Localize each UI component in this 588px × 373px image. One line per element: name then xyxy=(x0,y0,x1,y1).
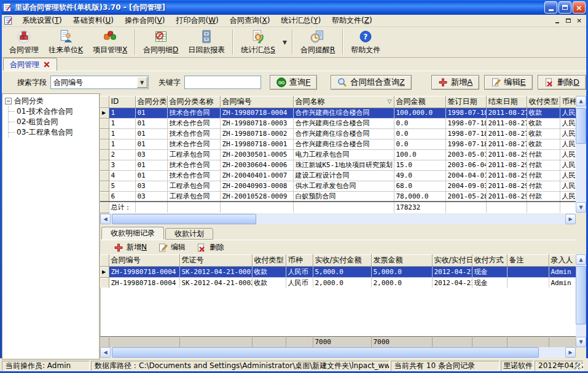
detail-delete-button[interactable]: 删除 xyxy=(197,242,224,253)
column-header[interactable]: 合同分类名称 xyxy=(167,96,220,108)
scroll-left-icon[interactable]: ◀ xyxy=(100,347,111,358)
column-header[interactable]: 备注 xyxy=(507,254,549,266)
menu-item-y[interactable]: 统计汇总(Y) xyxy=(275,14,326,27)
scroll-thumb[interactable] xyxy=(112,347,539,358)
add-button[interactable]: 新增A xyxy=(431,75,480,90)
table-row[interactable]: 101技术合作合同ZH-19980718-0003合作兴建商住综合楼合同0.01… xyxy=(100,118,576,128)
table-cell: 2011-08-27 xyxy=(486,128,527,139)
close-button[interactable]: × xyxy=(573,1,586,14)
delete-button[interactable]: 删除D xyxy=(538,75,586,90)
mdi-restore-button[interactable] xyxy=(563,16,573,25)
table-row[interactable]: ZH-19980718-0004SK-2012-04-21-0002收款人民币2… xyxy=(100,277,576,288)
scroll-thumb[interactable] xyxy=(112,214,256,224)
scroll-right-icon[interactable]: ▶ xyxy=(565,214,576,224)
resize-grip[interactable] xyxy=(575,363,582,370)
tree-root-node[interactable]: − 合同分类 xyxy=(5,96,99,106)
scroll-thumb[interactable] xyxy=(576,266,586,324)
column-header[interactable]: 发票金额 xyxy=(371,254,432,266)
tree-item-category[interactable]: 01-技术合作合同 xyxy=(9,106,99,117)
menu-item-u[interactable]: 基础资料(U) xyxy=(68,14,119,27)
table-row[interactable]: 101技术合作合同ZH-19980718-0001合作兴建商住综合楼合同0.01… xyxy=(100,139,576,149)
table-row[interactable]: 101技术合作合同ZH-19980718-0002合作兴建商住综合楼合同0.01… xyxy=(100,128,576,139)
table-row[interactable]: 401技术合作合同ZH-20040401-0007建设工程设计合同49.0200… xyxy=(100,170,576,181)
query-button[interactable]: 查询F xyxy=(270,75,318,90)
column-header[interactable]: 合同编号 xyxy=(109,254,179,266)
toolbar-button-contract-remind[interactable]: 合同提醒R xyxy=(296,28,340,56)
tab-receipt-records[interactable]: 收款明细记录 xyxy=(101,227,164,240)
toolbar-button-project-manage[interactable]: 项目管理X xyxy=(88,28,132,56)
column-header[interactable]: 实收/实付金额 xyxy=(313,254,371,266)
table-cell: 人民币 xyxy=(560,108,576,118)
column-header[interactable]: 实收/实付日 xyxy=(432,254,472,266)
mdi-minimize-button[interactable] xyxy=(552,16,562,25)
column-header[interactable]: 合同名称▽ xyxy=(293,96,394,108)
table-cell: 人民币 xyxy=(560,170,576,181)
menu-item-w[interactable]: 打印合同(W) xyxy=(170,14,224,27)
keyword-input[interactable] xyxy=(184,76,261,89)
menu-item-t[interactable]: 系统设置(T) xyxy=(17,14,68,27)
column-header[interactable]: 收付类型 xyxy=(252,254,286,266)
table-row[interactable]: ▶ZH-19980718-0004SK-2012-04-21-0001收款人民币… xyxy=(100,266,576,277)
table-row[interactable]: 503工程承包合同ZH-20040903-0008供水工程承发包合同68.020… xyxy=(100,181,576,191)
scroll-down-icon[interactable]: ▼ xyxy=(576,337,586,347)
detail-edit-button[interactable]: 编辑 xyxy=(158,242,186,253)
tree-item-category[interactable]: 03-工程承包合同 xyxy=(9,127,99,138)
column-header[interactable]: 签订日期 xyxy=(445,96,486,108)
scroll-right-icon[interactable]: ▶ xyxy=(565,347,576,358)
stats-dropdown-arrow-icon[interactable]: ▼ xyxy=(280,28,289,56)
column-header[interactable]: 合同分类 xyxy=(135,96,167,108)
toolbar-button-daily-report[interactable]: 日回款报表 xyxy=(183,28,230,56)
column-header[interactable]: 币种 xyxy=(560,96,576,108)
menu-item-v[interactable]: 操作合同(V) xyxy=(119,14,171,27)
table-row[interactable]: 203工程承包合同ZH-20030501-0005电力工程承包合同100.020… xyxy=(100,149,576,160)
tree-collapse-icon[interactable]: − xyxy=(5,98,12,104)
column-header[interactable]: 币种 xyxy=(286,254,313,266)
edit-button[interactable]: 编辑E xyxy=(484,75,533,90)
restore-button[interactable] xyxy=(559,1,571,14)
toolbar-button-label: 项目管理X xyxy=(93,45,127,55)
toolbar-button-stats-summary[interactable]: 统计汇总S xyxy=(236,28,280,56)
menu-item-z[interactable]: 帮助文件(Z) xyxy=(326,14,378,27)
mdi-close-button[interactable]: × xyxy=(574,16,584,25)
table-cell: 100,000.0 xyxy=(394,108,445,118)
menu-item-x[interactable]: 合同查询(X) xyxy=(224,14,276,27)
toolbar-button-label: 合同提醒R xyxy=(300,45,335,55)
scroll-left-icon[interactable]: ◀ xyxy=(100,214,111,224)
minimize-button[interactable] xyxy=(544,1,557,14)
chevron-down-icon[interactable]: ▼ xyxy=(137,77,147,88)
column-header[interactable]: ID xyxy=(109,96,135,108)
column-header[interactable]: 录入人 xyxy=(549,254,576,266)
search-field-combobox[interactable]: 合同编号 ▼ xyxy=(50,76,149,89)
column-header[interactable]: 收付方式 xyxy=(472,254,507,266)
column-header[interactable]: 收付类型 xyxy=(527,96,560,108)
main-grid-hscrollbar[interactable]: ◀ ▶ xyxy=(100,214,576,224)
table-cell: 收款 xyxy=(527,139,560,149)
tab-close-icon[interactable] xyxy=(43,61,50,68)
detail-grid-hscrollbar[interactable]: ◀ ▶ xyxy=(100,347,576,358)
column-header[interactable]: 凭证号 xyxy=(179,254,252,266)
detail-grid-vscrollbar[interactable]: ▲ ▼ xyxy=(576,254,586,347)
toolbar-button-partner-unit[interactable]: 往来单位K xyxy=(44,28,88,56)
table-row[interactable]: 301技术合作合同ZH-20030604-0006珠江新城K5-1地块项目研究策… xyxy=(100,160,576,170)
main-grid-vscrollbar[interactable]: ▲ ▼ xyxy=(576,96,586,213)
tree-item-category[interactable]: 02-租赁合同 xyxy=(9,117,99,127)
toolbar-button-help[interactable]: 帮助文件 xyxy=(346,28,385,56)
toolbar-button-contract-manage[interactable]: 合同管理 xyxy=(4,28,44,56)
combo-query-button[interactable]: 合同组合查询Z xyxy=(331,75,411,90)
toolbar-button-contract-detail[interactable]: 合同明细D xyxy=(138,28,183,56)
scroll-thumb[interactable] xyxy=(576,108,586,144)
scroll-up-icon[interactable]: ▲ xyxy=(576,254,586,265)
detail-add-button[interactable]: 新增N xyxy=(114,242,147,253)
scroll-down-icon[interactable]: ▼ xyxy=(576,202,586,213)
column-header[interactable]: 结束日期 xyxy=(486,96,527,108)
column-header[interactable]: 合同金额 xyxy=(394,96,445,108)
table-row[interactable]: 603工程承包合同ZH-20010528-0009白蚁预防合同78,000.02… xyxy=(100,191,576,202)
menu-items: 系统设置(T)基础资料(U)操作合同(V)打印合同(W)合同查询(X)统计汇总(… xyxy=(17,14,378,27)
table-row[interactable]: ▶101技术合作合同ZH-19980718-0004合作兴建商住综合楼合同100… xyxy=(100,108,576,118)
row-indicator xyxy=(100,277,109,288)
scroll-up-icon[interactable]: ▲ xyxy=(576,96,586,106)
tab-contract-management[interactable]: 合同管理 xyxy=(3,58,57,71)
table-cell: 2011-08-29 xyxy=(486,149,527,160)
tab-receipt-plan[interactable]: 收款计划 xyxy=(165,228,213,240)
column-header[interactable]: 合同编号 xyxy=(220,96,293,108)
